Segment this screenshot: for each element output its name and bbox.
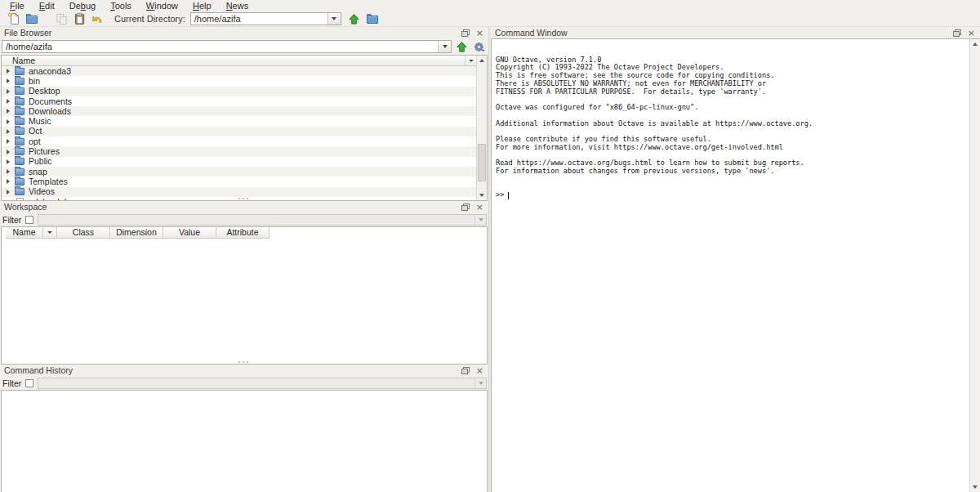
name-column-header[interactable]: Name [12,56,35,65]
workspace-filter-checkbox[interactable] [25,216,33,224]
expand-icon[interactable] [7,89,10,94]
menu-edit[interactable]: Edit [32,1,62,11]
column-value[interactable]: Value [163,227,216,239]
expand-icon[interactable] [7,109,10,114]
file-browser-scrollbar[interactable] [476,56,487,200]
column-attribute[interactable]: Attribute [216,227,270,239]
header-menu-button[interactable] [465,56,476,65]
folder-icon [15,98,24,105]
menu-window[interactable]: Window [139,1,185,11]
expand-icon[interactable] [7,159,10,164]
folder-icon [15,178,24,186]
command-window-scrollbar[interactable] [969,39,980,492]
scroll-up-button[interactable] [477,56,487,65]
console[interactable]: GNU Octave, version 7.1.0 Copyright (C) … [496,40,969,492]
sort-indicator[interactable] [43,227,57,239]
file-row[interactable]: snap [2,167,476,177]
command-history-titlebar[interactable]: Command History × [0,365,488,376]
expand-icon[interactable] [7,119,10,124]
file-row[interactable]: Downloads [2,106,476,116]
command-history-filter-checkbox[interactable] [25,379,33,387]
menu-tools[interactable]: Tools [103,1,139,11]
undock-icon[interactable] [461,29,470,37]
file-browser-path-combo[interactable]: /home/azifa [2,40,452,53]
scrollbar-thumb[interactable] [478,144,486,181]
menu-file[interactable]: File [2,1,32,11]
expand-icon[interactable] [7,139,10,144]
undock-icon[interactable] [461,204,470,211]
file-browser-path-row: /home/azifa [0,38,488,55]
file-row[interactable]: Desktop [2,87,476,96]
file-browser-title: File Browser [4,28,51,38]
expand-icon[interactable] [7,129,10,134]
scroll-down-button[interactable] [970,482,980,492]
directory-up-button[interactable] [345,11,363,26]
file-row[interactable]: Documents [2,96,476,106]
file-row[interactable]: Public [2,157,476,167]
command-window-titlebar[interactable]: Command Window × [491,27,980,38]
current-directory-value[interactable]: /home/azifa [191,13,327,25]
splitter-grip[interactable] [235,360,252,363]
expand-icon[interactable] [7,99,10,104]
file-row[interactable]: Templates [2,177,476,186]
file-row[interactable]: Music [2,116,476,126]
new-script-button[interactable] [5,11,23,26]
splitter-grip[interactable] [235,197,252,199]
file-row[interactable]: anaconda3 [2,66,476,76]
file-browser-path-dropdown[interactable] [438,41,451,52]
close-icon[interactable]: × [476,29,483,37]
file-browser-path-value[interactable]: /home/azifa [2,41,438,52]
scrollbar-track[interactable] [477,65,487,190]
new-script-icon [7,12,20,25]
expand-icon[interactable] [7,169,10,174]
command-window[interactable]: GNU Octave, version 7.1.0 Copyright (C) … [491,38,980,492]
arrow-down-icon [973,485,978,489]
folder-icon [15,148,24,155]
scrollbar-track[interactable] [970,49,980,482]
file-row[interactable]: Pictures [2,146,476,156]
column-name[interactable]: Name [6,227,43,239]
chevron-down-icon [332,17,336,20]
file-browser-column-header[interactable]: Name [2,56,476,66]
column-class[interactable]: Class [57,227,110,239]
file-browser-up-button[interactable] [454,39,469,54]
column-dimension[interactable]: Dimension [110,227,163,239]
expand-icon[interactable] [7,78,10,83]
gear-icon [473,41,485,53]
file-row[interactable]: bin [2,76,476,86]
file-row[interactable]: Videos [2,187,476,197]
menu-debug[interactable]: Debug [62,1,103,11]
expand-icon[interactable] [7,179,10,184]
file-browser-titlebar[interactable]: File Browser × [0,27,488,38]
close-icon[interactable]: × [968,29,975,37]
expand-icon[interactable] [7,190,10,195]
menu-news[interactable]: News [219,1,256,11]
open-file-button[interactable] [23,11,41,26]
file-browser-actions-button[interactable] [471,39,487,54]
close-icon[interactable]: × [476,367,483,374]
console-prompt-line[interactable]: >> [496,191,969,199]
undock-icon[interactable] [461,367,470,374]
scroll-down-button[interactable] [477,190,487,200]
expand-icon[interactable] [7,150,10,154]
menu-help[interactable]: Help [185,1,219,11]
file-name: Videos [29,186,55,197]
paste-button[interactable] [70,11,88,26]
current-directory-label: Current Directory: [114,14,185,24]
browse-directories-button[interactable] [363,11,381,26]
command-history-list[interactable] [1,390,488,492]
scroll-up-button[interactable] [970,39,980,49]
workspace-titlebar[interactable]: Workspace × [0,201,488,212]
command-history-title: Command History [4,365,73,375]
current-directory-dropdown[interactable] [327,13,341,25]
undock-icon[interactable] [953,29,961,37]
copy-button [52,11,70,26]
file-row[interactable]: opt [2,136,476,146]
undo-button[interactable] [88,11,106,26]
close-icon[interactable]: × [476,204,483,211]
expand-icon[interactable] [7,69,10,74]
file-row[interactable]: Oct [2,127,476,136]
chevron-down-icon [469,60,474,62]
current-directory-combo[interactable]: /home/azifa [190,12,341,25]
file-name: bin [29,76,40,87]
